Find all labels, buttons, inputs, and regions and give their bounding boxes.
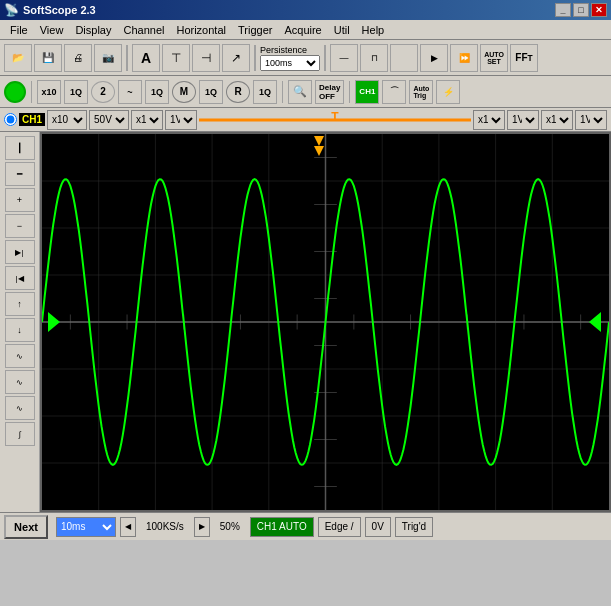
next-button[interactable]: Next [4, 515, 48, 539]
position-text: 50% [214, 521, 246, 532]
ch1-button[interactable]: CH1 [355, 80, 379, 104]
sidebar-zoom-out[interactable]: − [5, 214, 35, 238]
sidebar-arrow-up[interactable]: ↑ [5, 292, 35, 316]
trigger-level-area: T [199, 110, 471, 130]
timebase-right-btn[interactable]: ▶ [194, 517, 210, 537]
app-icon: 📡 [4, 3, 19, 17]
tb-btn3[interactable] [390, 44, 418, 72]
ch1-volt-select[interactable]: 50V10V5V [89, 110, 129, 130]
sidebar-zoom-in[interactable]: + [5, 188, 35, 212]
sep2 [254, 45, 256, 71]
persistence-select[interactable]: 100ms 200ms 500ms Infinite [260, 55, 320, 71]
sidebar-cursor-h[interactable]: ━ [5, 162, 35, 186]
maximize-button[interactable]: □ [573, 3, 589, 17]
status-bar: Next 10ms5ms20ms ◀ 100KS/s ▶ 50% CH1 AUT… [0, 512, 611, 540]
ch1-radio[interactable] [4, 113, 17, 126]
menu-util[interactable]: Util [328, 22, 356, 38]
minimize-button[interactable]: _ [555, 3, 571, 17]
title-controls: _ □ ✕ [555, 3, 607, 17]
sep3 [324, 45, 326, 71]
menu-bar: File View Display Channel Horizontal Tri… [0, 20, 611, 40]
tb2-m[interactable]: M [172, 81, 196, 103]
tb-btn1[interactable]: — [330, 44, 358, 72]
menu-view[interactable]: View [34, 22, 70, 38]
t2sep3 [349, 81, 350, 103]
cursor-v-button[interactable]: ⊤ [162, 44, 190, 72]
tb-run-button[interactable]: ⏩ [450, 44, 478, 72]
sidebar-meas1[interactable]: ▶| [5, 240, 35, 264]
ch1-x-select[interactable]: x10x1 [47, 110, 87, 130]
zoom-button[interactable]: 🔍 [288, 80, 312, 104]
tb2-wave[interactable]: ~ [118, 80, 142, 104]
ch3-x1-select[interactable]: x1 [541, 110, 573, 130]
ch1-ground-marker [48, 312, 60, 332]
menu-channel[interactable]: Channel [117, 22, 170, 38]
tb-btn4[interactable]: ▶ [420, 44, 448, 72]
ch2-v-select[interactable]: 1V [507, 110, 539, 130]
ch3-v-select[interactable]: 1V [575, 110, 607, 130]
persistence-label: Persistence [260, 45, 320, 55]
sidebar-wave4[interactable]: ∫ [5, 422, 35, 446]
screenshot-button[interactable]: 📷 [94, 44, 122, 72]
ch2-x1-select[interactable]: x1 [473, 110, 505, 130]
ch1-auto-status: CH1 AUTO [250, 517, 314, 537]
menu-help[interactable]: Help [356, 22, 391, 38]
scope-display [42, 134, 609, 510]
tb2-extra[interactable]: ⚡ [436, 80, 460, 104]
auto-set-button[interactable]: AUTOSET [480, 44, 508, 72]
tb2-1q4[interactable]: 1Q [253, 80, 277, 104]
trigger-right-marker [589, 312, 601, 332]
delay-off-button[interactable]: DelayOFF [315, 80, 344, 104]
timebase-select[interactable]: 10ms5ms20ms [56, 517, 116, 537]
sidebar: ┃ ━ + − ▶| |◀ ↑ ↓ ∿ ∿ ∿ ∫ [0, 132, 40, 512]
sidebar-wave1[interactable]: ∿ [5, 344, 35, 368]
app-title: SoftScope 2.3 [23, 4, 96, 16]
ch1-connector[interactable]: ⌒ [382, 80, 406, 104]
sidebar-wave3[interactable]: ∿ [5, 396, 35, 420]
close-button[interactable]: ✕ [591, 3, 607, 17]
menu-file[interactable]: File [4, 22, 34, 38]
menu-acquire[interactable]: Acquire [278, 22, 327, 38]
sidebar-cursor-v[interactable]: ┃ [5, 136, 35, 160]
sep1 [126, 45, 128, 71]
menu-horizontal[interactable]: Horizontal [170, 22, 232, 38]
cursor-h-button[interactable]: ⊣ [192, 44, 220, 72]
open-button[interactable]: 📂 [4, 44, 32, 72]
run-stop-button[interactable] [4, 81, 26, 103]
tb2-1q2[interactable]: 1Q [145, 80, 169, 104]
persistence-box: Persistence 100ms 200ms 500ms Infinite [260, 45, 320, 71]
sample-rate-text: 100KS/s [140, 521, 190, 532]
ch-row: CH1 x10x1 50V10V5V x1 1V T x1 1V x1 1V [0, 108, 611, 132]
sidebar-meas2[interactable]: |◀ [5, 266, 35, 290]
ch1-x1-select[interactable]: x1 [131, 110, 163, 130]
trigger-T-marker: T [331, 110, 338, 124]
tb2-1q3[interactable]: 1Q [199, 80, 223, 104]
sidebar-arrow-down[interactable]: ↓ [5, 318, 35, 342]
tb2-r[interactable]: R [226, 81, 250, 103]
trigger-top2-marker [314, 146, 324, 156]
cursor-d-button[interactable]: ↗ [222, 44, 250, 72]
tb2-ch2[interactable]: 2 [91, 81, 115, 103]
tb2-1q[interactable]: 1Q [64, 80, 88, 104]
t2sep2 [282, 81, 283, 103]
trigger-top-marker [314, 136, 324, 146]
zoom-x10[interactable]: x10 [37, 80, 61, 104]
menu-display[interactable]: Display [69, 22, 117, 38]
edge-status: Edge / [318, 517, 361, 537]
tb-btn2[interactable]: ⊓ [360, 44, 388, 72]
auto-trig-button[interactable]: AutoTrig [409, 80, 433, 104]
sidebar-wave2[interactable]: ∿ [5, 370, 35, 394]
t2sep1 [31, 81, 32, 103]
timebase-left-btn[interactable]: ◀ [120, 517, 136, 537]
print-button[interactable]: 🖨 [64, 44, 92, 72]
toolbar2: x10 1Q 2 ~ 1Q M 1Q R 1Q 🔍 DelayOFF CH1 ⌒… [0, 76, 611, 108]
title-bar: 📡 SoftScope 2.3 _ □ ✕ [0, 0, 611, 20]
ch1-label: CH1 [19, 113, 45, 126]
text-tool-button[interactable]: A [132, 44, 160, 72]
ch1-v-select[interactable]: 1V [165, 110, 197, 130]
trig-level-status: 0V [365, 517, 391, 537]
menu-trigger[interactable]: Trigger [232, 22, 278, 38]
toolbar: 📂 💾 🖨 📷 A ⊤ ⊣ ↗ Persistence 100ms 200ms … [0, 40, 611, 76]
fft-button[interactable]: FFT [510, 44, 538, 72]
save-button[interactable]: 💾 [34, 44, 62, 72]
